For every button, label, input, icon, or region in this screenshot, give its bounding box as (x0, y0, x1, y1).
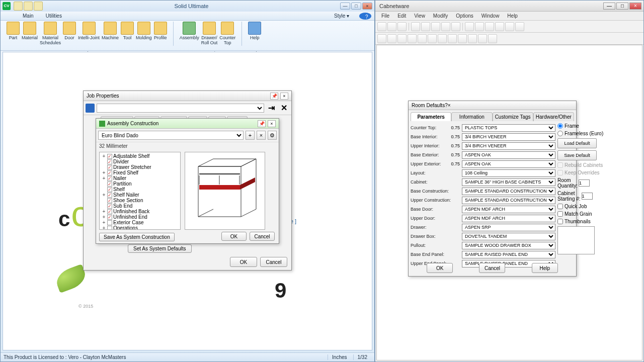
ok-button[interactable]: OK (221, 232, 247, 241)
part-button[interactable]: Part (7, 22, 20, 45)
menu-view[interactable]: View (410, 12, 429, 20)
component-tree[interactable]: +Adjustable ShelfDividerDrawer Stretcher… (99, 152, 181, 230)
tool-icon[interactable] (397, 22, 407, 31)
tool-icon[interactable] (485, 22, 494, 31)
countertop-button[interactable]: Counter Top (219, 22, 235, 45)
qat-btn-icon[interactable] (14, 2, 23, 11)
molding-button[interactable]: Molding (136, 22, 152, 45)
ok-button[interactable]: OK (427, 263, 453, 273)
intellijoint-button[interactable]: Intelli-Joint (78, 22, 100, 45)
help-icon[interactable]: ? (359, 13, 371, 20)
tab-hardware-other[interactable]: Hardware/Other (533, 112, 574, 121)
close-icon[interactable]: × (280, 93, 288, 100)
tool-icon[interactable] (377, 22, 386, 31)
tool-icon[interactable] (397, 34, 407, 43)
ok-button[interactable]: OK (230, 257, 257, 267)
menu-options[interactable]: Options (452, 12, 477, 20)
close-button[interactable]: × (629, 3, 641, 10)
save-icon[interactable] (86, 104, 95, 113)
tab-parameters[interactable]: Parameters (411, 112, 451, 121)
maximize-button[interactable]: □ (616, 3, 628, 10)
tree-item[interactable]: +Nailer (101, 175, 179, 181)
tool-icon[interactable] (387, 34, 396, 43)
delete-icon[interactable]: ✕ (279, 103, 289, 113)
gear-icon[interactable]: ⚙ (268, 131, 277, 140)
close-button[interactable]: × (362, 3, 372, 10)
material-button[interactable]: Material (22, 22, 38, 45)
maximize-button[interactable]: □ (351, 3, 361, 10)
style-menu[interactable]: Style ▾ (328, 12, 359, 20)
cancel-button[interactable]: Cancel (479, 263, 505, 273)
tree-item[interactable]: Shoe Section (101, 198, 179, 203)
pin-icon[interactable]: 📌 (270, 93, 278, 100)
minimize-button[interactable]: — (340, 3, 350, 10)
material-schedules-button[interactable]: Material Schedules (40, 22, 61, 45)
tool-icon[interactable] (505, 22, 514, 31)
tool-icon[interactable] (478, 34, 487, 43)
tab-customize-tags[interactable]: Customize Tags (493, 112, 533, 121)
dialog-titlebar[interactable]: Assembly Construction 📌× (96, 119, 279, 129)
tool-icon[interactable] (411, 22, 420, 31)
tree-item[interactable]: +Exterior Case (101, 220, 179, 225)
tab-information[interactable]: Information (451, 112, 492, 121)
tab-main[interactable]: Main (17, 12, 40, 20)
assembly-button[interactable]: Assembly (180, 22, 199, 45)
profile-button[interactable]: Profile (154, 22, 167, 45)
room-qty-field[interactable] (579, 179, 590, 187)
close-icon[interactable]: × (268, 120, 276, 127)
menu-edit[interactable]: Edit (393, 12, 410, 20)
quick-job-check[interactable]: Quick Job (557, 204, 597, 209)
save-default-button[interactable]: Save Default (557, 150, 597, 160)
tree-item[interactable]: Drawer Stretcher (101, 164, 179, 170)
tool-icon[interactable] (377, 34, 386, 43)
machine-button[interactable]: Machine (102, 22, 119, 45)
tool-icon[interactable] (421, 22, 430, 31)
tree-item[interactable]: +Fixed Shelf (101, 170, 179, 175)
door-button[interactable]: Door (63, 22, 76, 45)
tree-item[interactable]: Divider (101, 159, 179, 164)
tool-icon[interactable] (387, 22, 396, 31)
help-button[interactable]: Help (248, 22, 261, 40)
cancel-button[interactable]: Cancel (260, 257, 287, 267)
remove-icon[interactable]: × (257, 131, 266, 140)
save-system-construction-button[interactable]: Save As System Construction (99, 233, 175, 241)
tree-item[interactable]: +Unfinished Back (101, 209, 179, 214)
tree-item[interactable]: +Unfinished End (101, 214, 179, 220)
drawer-rollout-button[interactable]: Drawer/ Roll Out (201, 22, 218, 45)
tool-icon[interactable] (418, 34, 427, 43)
tool-button[interactable]: Tool (121, 22, 134, 45)
tool-icon[interactable] (458, 34, 467, 43)
match-grain-check[interactable]: Match Grain (557, 211, 597, 217)
menu-file[interactable]: File (377, 12, 393, 20)
tool-icon[interactable] (488, 34, 497, 43)
dialog-titlebar[interactable]: Job Properties 📌× (84, 91, 291, 101)
add-icon[interactable]: + (246, 131, 255, 140)
dialog-titlebar[interactable]: Room Defaults ?× (409, 101, 576, 110)
load-default-button[interactable]: Load Default (557, 138, 597, 148)
cabinet-start-field[interactable] (582, 193, 593, 200)
job-combo[interactable] (97, 104, 264, 113)
tool-icon[interactable] (468, 34, 477, 43)
tool-icon[interactable] (448, 34, 457, 43)
qat-btn-icon[interactable] (34, 2, 43, 11)
thumbnails-check[interactable]: Thumbnails (557, 219, 597, 224)
frame-radio[interactable]: Frame (557, 123, 597, 129)
help-button[interactable]: Help (532, 263, 558, 273)
menu-help[interactable]: Help (503, 12, 522, 20)
tool-icon[interactable] (515, 22, 524, 31)
set-system-defaults-button[interactable]: Set As System Defaults (128, 244, 192, 253)
tree-item[interactable]: +Shelf Nailer (101, 192, 179, 198)
tool-icon[interactable] (428, 34, 437, 43)
tree-item[interactable]: Partition (101, 181, 179, 187)
tool-icon[interactable] (408, 34, 417, 43)
menu-window[interactable]: Window (477, 12, 504, 20)
tool-icon[interactable] (438, 34, 447, 43)
tree-item[interactable]: Sub End (101, 203, 179, 209)
titlebar[interactable]: CV Solid Ultimate — □ × (1, 1, 374, 12)
tool-icon[interactable] (475, 22, 484, 31)
close-icon[interactable]: × (448, 103, 451, 108)
tree-item[interactable]: Shelf (101, 187, 179, 192)
import-icon[interactable]: ⇥ (266, 103, 277, 113)
tool-icon[interactable] (441, 22, 450, 31)
tool-icon[interactable] (451, 22, 460, 31)
